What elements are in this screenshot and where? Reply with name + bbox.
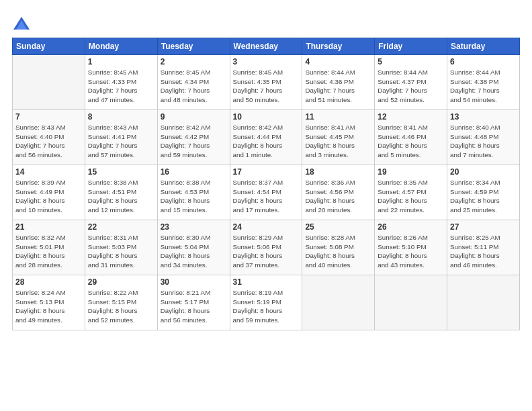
day-info: Sunrise: 8:43 AM Sunset: 4:40 PM Dayligh… (15, 123, 82, 160)
header (12, 12, 520, 34)
calendar-cell: 12Sunrise: 8:41 AM Sunset: 4:46 PM Dayli… (375, 110, 447, 165)
calendar-cell: 9Sunrise: 8:42 AM Sunset: 4:42 PM Daylig… (157, 110, 230, 165)
calendar-cell: 18Sunrise: 8:36 AM Sunset: 4:56 PM Dayli… (302, 165, 375, 220)
calendar-cell: 28Sunrise: 8:24 AM Sunset: 5:13 PM Dayli… (13, 275, 85, 330)
day-number: 27 (450, 222, 517, 232)
calendar-cell: 26Sunrise: 8:26 AM Sunset: 5:10 PM Dayli… (375, 220, 447, 275)
day-number: 14 (15, 167, 82, 177)
calendar-cell: 19Sunrise: 8:35 AM Sunset: 4:57 PM Dayli… (375, 165, 447, 220)
calendar-cell: 16Sunrise: 8:38 AM Sunset: 4:53 PM Dayli… (157, 165, 230, 220)
calendar-cell: 7Sunrise: 8:43 AM Sunset: 4:40 PM Daylig… (13, 110, 85, 165)
calendar-cell: 8Sunrise: 8:43 AM Sunset: 4:41 PM Daylig… (85, 110, 157, 165)
day-number: 1 (88, 57, 154, 66)
day-number: 15 (88, 167, 154, 177)
calendar-cell: 27Sunrise: 8:25 AM Sunset: 5:11 PM Dayli… (447, 220, 520, 275)
day-info: Sunrise: 8:40 AM Sunset: 4:48 PM Dayligh… (450, 123, 517, 160)
calendar-table: SundayMondayTuesdayWednesdayThursdayFrid… (12, 38, 520, 330)
calendar-cell: 6Sunrise: 8:44 AM Sunset: 4:38 PM Daylig… (447, 55, 520, 110)
calendar-page: SundayMondayTuesdayWednesdayThursdayFrid… (0, 0, 532, 411)
day-number: 25 (305, 222, 371, 232)
day-info: Sunrise: 8:32 AM Sunset: 5:01 PM Dayligh… (15, 233, 82, 270)
day-number: 16 (161, 167, 227, 177)
calendar-cell: 2Sunrise: 8:45 AM Sunset: 4:34 PM Daylig… (157, 55, 230, 110)
day-info: Sunrise: 8:44 AM Sunset: 4:37 PM Dayligh… (378, 68, 444, 105)
calendar-cell: 24Sunrise: 8:29 AM Sunset: 5:06 PM Dayli… (230, 220, 302, 275)
calendar-header-saturday: Saturday (447, 38, 520, 55)
day-number: 11 (305, 112, 371, 122)
day-number: 31 (233, 277, 300, 287)
day-number: 9 (161, 112, 227, 122)
day-number: 10 (233, 112, 300, 122)
day-number: 30 (161, 277, 227, 287)
calendar-header-friday: Friday (375, 38, 447, 55)
logo (12, 15, 34, 34)
day-info: Sunrise: 8:21 AM Sunset: 5:17 PM Dayligh… (161, 288, 227, 325)
calendar-cell: 21Sunrise: 8:32 AM Sunset: 5:01 PM Dayli… (13, 220, 85, 275)
calendar-cell (447, 275, 520, 330)
day-info: Sunrise: 8:45 AM Sunset: 4:34 PM Dayligh… (161, 68, 227, 105)
calendar-cell: 13Sunrise: 8:40 AM Sunset: 4:48 PM Dayli… (447, 110, 520, 165)
logo-icon (12, 15, 31, 34)
day-info: Sunrise: 8:37 AM Sunset: 4:54 PM Dayligh… (233, 178, 300, 215)
calendar-cell: 10Sunrise: 8:42 AM Sunset: 4:44 PM Dayli… (230, 110, 302, 165)
calendar-cell: 5Sunrise: 8:44 AM Sunset: 4:37 PM Daylig… (375, 55, 447, 110)
calendar-cell (375, 275, 447, 330)
calendar-cell: 17Sunrise: 8:37 AM Sunset: 4:54 PM Dayli… (230, 165, 302, 220)
calendar-week-row: 28Sunrise: 8:24 AM Sunset: 5:13 PM Dayli… (13, 275, 520, 330)
calendar-cell: 4Sunrise: 8:44 AM Sunset: 4:36 PM Daylig… (302, 55, 375, 110)
day-info: Sunrise: 8:43 AM Sunset: 4:41 PM Dayligh… (88, 123, 154, 160)
calendar-week-row: 21Sunrise: 8:32 AM Sunset: 5:01 PM Dayli… (13, 220, 520, 275)
calendar-header-thursday: Thursday (302, 38, 375, 55)
day-number: 8 (88, 112, 154, 122)
day-number: 23 (161, 222, 227, 232)
day-number: 7 (15, 112, 82, 122)
day-number: 4 (305, 57, 371, 66)
calendar-cell: 25Sunrise: 8:28 AM Sunset: 5:08 PM Dayli… (302, 220, 375, 275)
day-info: Sunrise: 8:19 AM Sunset: 5:19 PM Dayligh… (233, 288, 300, 325)
day-info: Sunrise: 8:44 AM Sunset: 4:38 PM Dayligh… (450, 68, 517, 105)
day-info: Sunrise: 8:45 AM Sunset: 4:33 PM Dayligh… (88, 68, 154, 105)
calendar-cell (302, 275, 375, 330)
calendar-header-monday: Monday (85, 38, 157, 55)
calendar-cell: 3Sunrise: 8:45 AM Sunset: 4:35 PM Daylig… (230, 55, 302, 110)
calendar-cell: 23Sunrise: 8:30 AM Sunset: 5:04 PM Dayli… (157, 220, 230, 275)
day-info: Sunrise: 8:28 AM Sunset: 5:08 PM Dayligh… (305, 233, 371, 270)
calendar-cell: 30Sunrise: 8:21 AM Sunset: 5:17 PM Dayli… (157, 275, 230, 330)
day-number: 5 (378, 57, 444, 66)
calendar-week-row: 7Sunrise: 8:43 AM Sunset: 4:40 PM Daylig… (13, 110, 520, 165)
day-number: 6 (450, 57, 517, 66)
day-number: 26 (378, 222, 444, 232)
calendar-week-row: 1Sunrise: 8:45 AM Sunset: 4:33 PM Daylig… (13, 55, 520, 110)
day-info: Sunrise: 8:30 AM Sunset: 5:04 PM Dayligh… (161, 233, 227, 270)
day-number: 17 (233, 167, 300, 177)
calendar-cell: 14Sunrise: 8:39 AM Sunset: 4:49 PM Dayli… (13, 165, 85, 220)
day-info: Sunrise: 8:36 AM Sunset: 4:56 PM Dayligh… (305, 178, 371, 215)
day-info: Sunrise: 8:29 AM Sunset: 5:06 PM Dayligh… (233, 233, 300, 270)
day-number: 24 (233, 222, 300, 232)
day-info: Sunrise: 8:41 AM Sunset: 4:46 PM Dayligh… (378, 123, 444, 160)
day-number: 3 (233, 57, 300, 66)
day-info: Sunrise: 8:45 AM Sunset: 4:35 PM Dayligh… (233, 68, 300, 105)
calendar-header-sunday: Sunday (13, 38, 85, 55)
calendar-cell: 22Sunrise: 8:31 AM Sunset: 5:03 PM Dayli… (85, 220, 157, 275)
day-info: Sunrise: 8:38 AM Sunset: 4:53 PM Dayligh… (161, 178, 227, 215)
day-number: 29 (88, 277, 154, 287)
calendar-cell (13, 55, 85, 110)
day-number: 21 (15, 222, 82, 232)
day-info: Sunrise: 8:38 AM Sunset: 4:51 PM Dayligh… (88, 178, 154, 215)
calendar-header-row: SundayMondayTuesdayWednesdayThursdayFrid… (13, 38, 520, 55)
calendar-cell: 20Sunrise: 8:34 AM Sunset: 4:59 PM Dayli… (447, 165, 520, 220)
day-info: Sunrise: 8:26 AM Sunset: 5:10 PM Dayligh… (378, 233, 444, 270)
calendar-header-wednesday: Wednesday (230, 38, 302, 55)
calendar-cell: 31Sunrise: 8:19 AM Sunset: 5:19 PM Dayli… (230, 275, 302, 330)
calendar-week-row: 14Sunrise: 8:39 AM Sunset: 4:49 PM Dayli… (13, 165, 520, 220)
day-number: 22 (88, 222, 154, 232)
calendar-header-tuesday: Tuesday (157, 38, 230, 55)
day-number: 20 (450, 167, 517, 177)
day-number: 28 (15, 277, 82, 287)
day-info: Sunrise: 8:35 AM Sunset: 4:57 PM Dayligh… (378, 178, 444, 215)
calendar-cell: 1Sunrise: 8:45 AM Sunset: 4:33 PM Daylig… (85, 55, 157, 110)
day-info: Sunrise: 8:31 AM Sunset: 5:03 PM Dayligh… (88, 233, 154, 270)
day-info: Sunrise: 8:25 AM Sunset: 5:11 PM Dayligh… (450, 233, 517, 270)
day-info: Sunrise: 8:34 AM Sunset: 4:59 PM Dayligh… (450, 178, 517, 215)
